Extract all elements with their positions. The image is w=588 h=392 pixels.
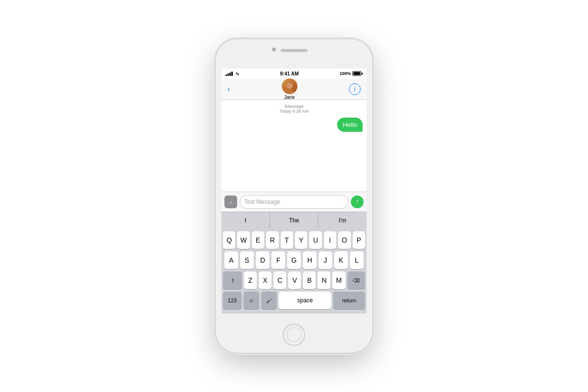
speaker <box>281 49 308 52</box>
pred-word-3[interactable]: I'm <box>318 212 367 228</box>
input-area: › Text Message ↑ <box>221 192 367 212</box>
avatar-head <box>287 83 293 89</box>
front-camera <box>272 48 276 51</box>
phone-top <box>216 39 372 69</box>
signal-bar-2 <box>227 74 229 76</box>
key-f[interactable]: F <box>271 251 285 269</box>
key-x[interactable]: X <box>259 271 271 289</box>
apps-button[interactable]: › <box>224 196 237 208</box>
key-b[interactable]: B <box>303 271 316 289</box>
key-w[interactable]: W <box>237 231 249 249</box>
text-input-placeholder: Text Message <box>244 198 280 205</box>
home-button[interactable] <box>283 323 305 346</box>
key-a[interactable]: A <box>224 251 238 269</box>
send-button[interactable]: ↑ <box>351 196 364 208</box>
avatar-body <box>285 89 294 94</box>
key-g[interactable]: G <box>287 251 301 269</box>
send-icon: ↑ <box>356 197 359 205</box>
avatar[interactable] <box>282 78 297 94</box>
home-button-inner <box>287 327 301 342</box>
status-right: 100% <box>340 71 363 76</box>
battery-percent: 100% <box>340 71 351 76</box>
scene: ∿ 9:41 AM 100% ‹ <box>0 0 588 392</box>
battery-fill <box>353 72 360 75</box>
key-m[interactable]: M <box>332 271 345 289</box>
key-z[interactable]: Z <box>244 271 257 289</box>
signal-bar-3 <box>229 73 231 76</box>
key-v[interactable]: V <box>288 271 301 289</box>
keyboard: Q W E R T Y U I O P A S D F G <box>221 228 367 314</box>
message-row: Hello <box>225 118 363 132</box>
message-bubble: Hello <box>337 118 363 132</box>
text-input-container[interactable]: Text Message <box>240 195 348 209</box>
key-r[interactable]: R <box>266 231 278 249</box>
key-s[interactable]: S <box>240 251 254 269</box>
key-c[interactable]: C <box>273 271 286 289</box>
key-row-3: ⇧ Z X C V B N M ⌫ <box>223 271 365 289</box>
key-i[interactable]: I <box>324 231 336 249</box>
shift-key[interactable]: ⇧ <box>223 271 242 289</box>
num-key[interactable]: 123 <box>223 292 242 309</box>
battery-icon <box>352 71 363 76</box>
nav-bar: ‹ Jane i <box>221 78 367 100</box>
key-row-4: 123 ☺ 🎤 space return <box>223 292 365 309</box>
key-h[interactable]: H <box>303 251 317 269</box>
key-row-1: Q W E R T Y U I O P <box>223 231 365 249</box>
space-key[interactable]: space <box>279 292 331 309</box>
iphone-screen: ∿ 9:41 AM 100% ‹ <box>221 69 367 314</box>
key-u[interactable]: U <box>309 231 321 249</box>
key-o[interactable]: O <box>338 231 350 249</box>
avatar-person <box>285 83 294 94</box>
key-d[interactable]: D <box>256 251 270 269</box>
status-bar: ∿ 9:41 AM 100% <box>221 69 367 78</box>
signal-bars <box>225 71 233 76</box>
key-j[interactable]: J <box>318 251 332 269</box>
pred-word-2[interactable]: The <box>270 212 318 228</box>
mic-key[interactable]: 🎤 <box>261 292 277 309</box>
key-y[interactable]: Y <box>295 231 307 249</box>
pred-word-1[interactable]: I <box>221 212 270 228</box>
predictive-bar: I The I'm <box>221 212 367 228</box>
status-time: 9:41 AM <box>280 71 298 76</box>
iphone-frame: ∿ 9:41 AM 100% ‹ <box>216 39 372 353</box>
nav-center: Jane <box>282 78 297 100</box>
signal-bar-4 <box>231 72 233 76</box>
battery-body <box>352 71 361 76</box>
messages-area: iMessage Today 9:39 AM Hello <box>221 100 367 192</box>
contact-name: Jane <box>284 95 295 100</box>
key-row-2: A S D F G H J K L <box>223 251 365 269</box>
delete-key[interactable]: ⌫ <box>347 271 365 289</box>
key-k[interactable]: K <box>334 251 348 269</box>
battery-tip <box>362 73 363 75</box>
key-n[interactable]: N <box>318 271 330 289</box>
emoji-key[interactable]: ☺ <box>244 292 259 309</box>
return-key[interactable]: return <box>333 292 365 309</box>
wifi-icon: ∿ <box>235 71 239 76</box>
status-left: ∿ <box>225 71 239 76</box>
key-p[interactable]: P <box>353 231 365 249</box>
info-button[interactable]: i <box>349 83 361 95</box>
back-button[interactable]: ‹ <box>227 85 230 94</box>
key-l[interactable]: L <box>350 251 364 269</box>
key-q[interactable]: Q <box>223 231 235 249</box>
message-timestamp: iMessage Today 9:39 AM <box>225 104 363 114</box>
key-t[interactable]: T <box>281 231 293 249</box>
signal-bar-1 <box>225 74 227 76</box>
key-e[interactable]: E <box>252 231 264 249</box>
